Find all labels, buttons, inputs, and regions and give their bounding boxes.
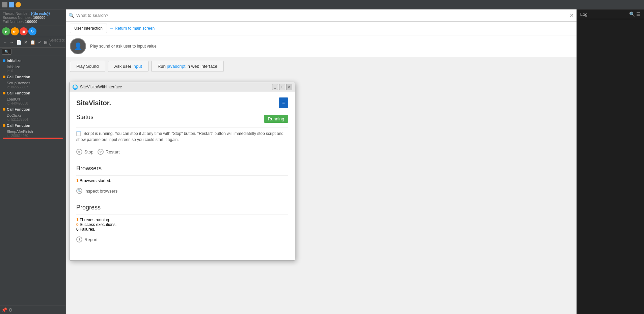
sleepafter-id: id: 208614260 <box>0 134 65 138</box>
forward-button[interactable]: → <box>9 39 15 46</box>
search-bar: 🔍 ✕ <box>66 9 576 22</box>
sv-restart-icon: ↻ <box>98 149 104 155</box>
callfunction-4-dot <box>3 124 5 127</box>
sv-running-badge: Running <box>264 115 288 123</box>
sv-success-text: 0 Success executions. <box>76 222 288 227</box>
sv-browsers-text: 1 Browsers started. <box>76 178 288 183</box>
search-icon: 🔍 <box>69 13 74 18</box>
copy-button[interactable]: 📋 <box>29 39 36 46</box>
initialize-item[interactable]: Initialize <box>0 64 65 69</box>
doclicks-item[interactable]: DoClicks <box>0 113 65 118</box>
sv-progress-section: Progress 1 Threads running. 0 Success ex… <box>76 204 288 245</box>
search-clear-button[interactable]: ✕ <box>569 12 574 19</box>
sleepafter-item[interactable]: SleepAferFinish <box>0 129 65 134</box>
search-input[interactable] <box>76 13 567 18</box>
log-panel: Log 🔍 ☰ <box>576 9 644 314</box>
left-panel: Thread Number: {{threads}} Success Numbe… <box>0 9 66 314</box>
play-sound-button[interactable]: Play Sound <box>70 61 105 72</box>
sv-status-description: Script is running. You can stop it at an… <box>76 131 284 142</box>
log-title: Log <box>580 12 588 17</box>
func-group-callfunction-3: Call Function DoClicks id: 521137504 <box>0 106 65 121</box>
action-buttons: Play Sound Ask user input Run javascript… <box>66 57 576 75</box>
app-icon <box>2 2 7 7</box>
thread-number-value: {{threads}} <box>31 11 50 16</box>
sv-minimize-button[interactable]: _ <box>272 84 278 90</box>
user-interaction-tab[interactable]: User interaction <box>70 24 107 33</box>
ask-user-input-button[interactable]: Ask user input <box>108 61 149 72</box>
sv-stop-button[interactable]: ⊘ Stop <box>76 147 93 157</box>
ask-input-highlight: input <box>133 64 142 69</box>
sv-status-section: Status Running Script is running. You ca… <box>76 114 288 157</box>
func-group-initialize-header[interactable]: Initialize <box>0 57 65 64</box>
success-value: 100000 <box>33 16 46 20</box>
sv-report-button[interactable]: ℹ Report <box>76 234 98 245</box>
func-group-callfunction-4-header[interactable]: Call Function <box>0 122 65 129</box>
new-button[interactable]: 📄 <box>16 39 22 46</box>
record-icon <box>16 2 21 7</box>
log-header-buttons: 🔍 ☰ <box>629 11 641 17</box>
left-search-input[interactable] <box>2 49 11 55</box>
sv-control-buttons: ⊘ Stop ↻ Restart <box>76 147 288 157</box>
sv-maximize-button[interactable]: □ <box>279 84 285 90</box>
refresh-button[interactable]: ↻ <box>28 27 36 35</box>
initialize-dot <box>3 59 5 62</box>
callfunction-2-dot <box>3 92 5 94</box>
callfunction-3-label: Call Function <box>7 107 30 111</box>
settings-button[interactable]: ⚙ <box>8 307 13 313</box>
progress-bar-container <box>3 138 63 139</box>
sv-status-text: Script is running. You can stop it at an… <box>76 131 288 143</box>
play-button[interactable]: ▶ <box>2 27 10 35</box>
loadurl-item[interactable]: LoadUrl <box>0 96 65 102</box>
sv-divider-3 <box>76 215 288 215</box>
function-list: Initialize Initialize id: 0 Call Functio… <box>0 56 65 306</box>
func-group-callfunction-1-header[interactable]: Call Function <box>0 74 65 80</box>
initialize-item-id: id: 0 <box>0 69 65 73</box>
success-label: Success Number: <box>3 16 32 20</box>
func-group-callfunction-4: Call Function SleepAferFinish id: 208614… <box>0 122 65 139</box>
grid-button[interactable]: ⊞ <box>43 39 48 46</box>
sv-close-button[interactable]: ✕ <box>286 84 292 90</box>
playback-toolbar: ▶ ⏭ ⏹ ↻ <box>0 26 65 37</box>
sitevisitor-window: 🌐 SiteVisitorWithInterface _ □ ✕ SiteVis… <box>69 82 295 261</box>
skip-button[interactable]: ⏭ <box>11 27 19 35</box>
top-bar <box>0 0 644 9</box>
callfunction-3-dot <box>3 108 5 111</box>
sv-threads-count: 1 <box>76 218 79 222</box>
func-group-callfunction-2-header[interactable]: Call Function <box>0 90 65 96</box>
callfunction-2-label: Call Function <box>7 91 30 95</box>
run-javascript-button[interactable]: Run javascript in web interface <box>151 61 224 72</box>
check-button[interactable]: ✓ <box>37 39 42 46</box>
sv-spinner-icon <box>76 132 81 136</box>
sv-menu-button[interactable]: ≡ <box>279 97 288 108</box>
sv-threads-label: Threads running. <box>80 218 110 222</box>
sv-browsers-heading: Browsers <box>76 165 288 172</box>
log-search-button[interactable]: 🔍 <box>629 11 635 17</box>
sv-failures-count: 0 <box>76 227 79 232</box>
main-layout: Thread Number: {{threads}} Success Numbe… <box>0 9 644 314</box>
sv-restart-button[interactable]: ↻ Restart <box>98 147 120 157</box>
back-button[interactable]: ← <box>2 39 8 46</box>
sv-stop-icon: ⊘ <box>76 149 82 155</box>
sv-browsers-count: 1 <box>76 178 79 183</box>
left-bottom-toolbar: 📌 ⚙ <box>0 306 65 314</box>
sv-inspect-button[interactable]: 🔍 Inspect browsers <box>76 186 117 196</box>
sv-body: SiteVisitor. ≡ Status Running Script is … <box>70 92 295 260</box>
callfunction-1-dot <box>3 76 5 78</box>
sv-progress-heading: Progress <box>76 204 288 211</box>
setupbrowser-item[interactable]: SetupBrowser <box>0 80 65 86</box>
ui-description: Play sound or ask user to input value. <box>90 44 158 49</box>
sv-report-icon: ℹ <box>76 236 82 242</box>
ui-body: 👤 Play sound or ask user to input value. <box>66 35 576 57</box>
fail-value: 100000 <box>25 20 37 24</box>
func-group-callfunction-3-header[interactable]: Call Function <box>0 106 65 113</box>
return-icon: ← <box>110 26 114 31</box>
pin-button[interactable]: 📌 <box>1 307 7 313</box>
func-group-initialize: Initialize Initialize id: 0 <box>0 57 65 73</box>
sv-title: 🌐 SiteVisitorWithInterface <box>72 84 272 90</box>
delete-button[interactable]: ✕ <box>23 39 28 46</box>
return-link[interactable]: ← Return to main screen <box>110 26 155 31</box>
file-icon <box>9 2 14 7</box>
log-menu-button[interactable]: ☰ <box>636 11 641 17</box>
sv-divider-1 <box>76 127 288 128</box>
stop-button[interactable]: ⏹ <box>20 27 28 35</box>
